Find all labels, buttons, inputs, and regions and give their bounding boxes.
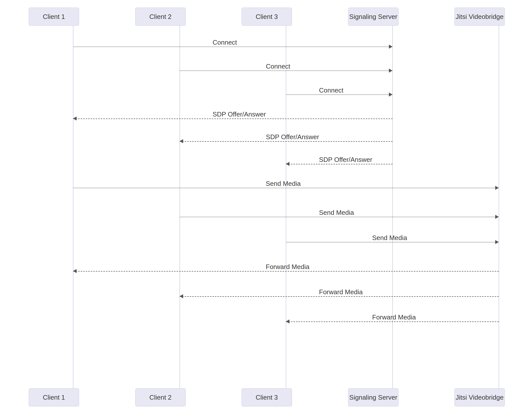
- actor-box-bottom: Client 3: [242, 388, 292, 406]
- message-label: Send Media: [266, 180, 301, 188]
- arrowhead: [180, 294, 183, 298]
- sequence-diagram: Client 1Client 1Client 2Client 2Client 3…: [0, 0, 532, 413]
- arrowhead: [286, 319, 289, 323]
- arrowhead: [389, 45, 392, 49]
- message-label: Send Media: [319, 209, 354, 217]
- message-line: [73, 188, 499, 188]
- lifeline: [286, 26, 286, 388]
- message-line: [286, 321, 499, 322]
- message-label: Connect: [266, 63, 290, 70]
- message-label: Forward Media: [372, 313, 416, 321]
- actor-box-top: Client 1: [29, 8, 79, 26]
- actor-box-top: Client 3: [242, 8, 292, 26]
- arrowhead: [495, 240, 499, 244]
- actor-box-bottom: Jitsi Videobridge: [454, 388, 505, 406]
- message-label: Send Media: [372, 234, 407, 242]
- actor-box-bottom: Client 1: [29, 388, 79, 406]
- arrowhead: [180, 139, 183, 143]
- message-line: [180, 71, 392, 71]
- actor-box-bottom: Signaling Server: [348, 388, 398, 406]
- actor-box-top: Jitsi Videobridge: [454, 8, 505, 26]
- arrowhead: [286, 162, 289, 166]
- message-line: [73, 271, 499, 272]
- message-line: [286, 242, 499, 242]
- lifeline: [392, 26, 393, 388]
- arrowhead: [73, 269, 77, 273]
- message-label: Connect: [213, 39, 237, 46]
- message-line: [180, 141, 392, 142]
- arrowhead: [389, 93, 392, 97]
- arrowhead: [73, 116, 77, 121]
- message-line: [180, 296, 499, 297]
- actor-box-bottom: Client 2: [135, 388, 186, 406]
- message-line: [286, 95, 392, 95]
- arrowhead: [495, 186, 499, 190]
- actor-box-top: Signaling Server: [348, 8, 398, 26]
- message-label: Connect: [319, 86, 344, 94]
- actor-box-top: Client 2: [135, 8, 186, 26]
- message-line: [286, 164, 392, 164]
- lifeline: [499, 26, 499, 388]
- lifeline: [180, 26, 180, 388]
- message-label: Forward Media: [319, 288, 363, 296]
- message-line: [73, 119, 392, 119]
- message-label: Forward Media: [266, 263, 309, 271]
- message-line: [180, 217, 499, 217]
- message-label: SDP Offer/Answer: [266, 133, 319, 141]
- message-label: SDP Offer/Answer: [213, 110, 266, 118]
- arrowhead: [389, 69, 392, 73]
- message-label: SDP Offer/Answer: [319, 156, 372, 164]
- lifeline: [73, 26, 73, 388]
- message-line: [73, 47, 392, 47]
- arrowhead: [495, 215, 499, 219]
